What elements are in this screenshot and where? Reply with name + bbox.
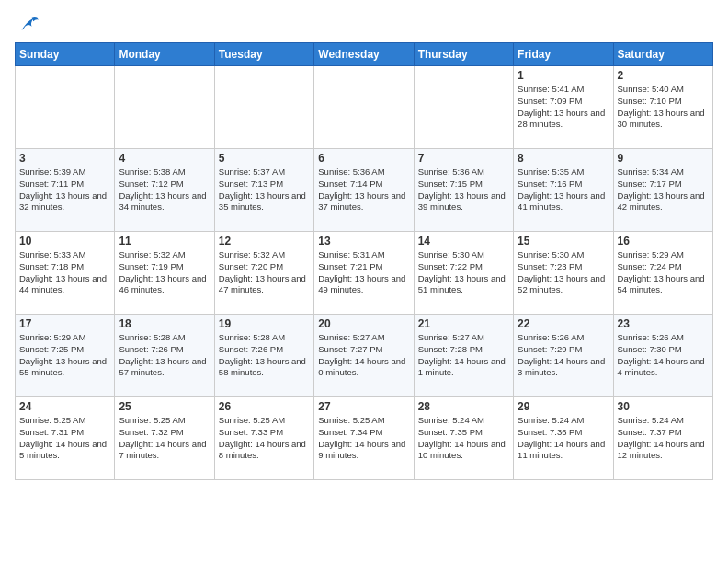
day-info: Sunrise: 5:24 AM Sunset: 7:35 PM Dayligh…	[418, 415, 509, 462]
day-number: 29	[518, 400, 609, 413]
day-info: Sunrise: 5:25 AM Sunset: 7:31 PM Dayligh…	[19, 415, 110, 462]
weekday-header: Monday	[115, 43, 214, 66]
calendar-day-cell: 26Sunrise: 5:25 AM Sunset: 7:33 PM Dayli…	[214, 397, 313, 480]
day-info: Sunrise: 5:25 AM Sunset: 7:33 PM Dayligh…	[219, 415, 310, 462]
day-number: 18	[119, 317, 210, 330]
header	[15, 15, 713, 35]
calendar-day-cell: 18Sunrise: 5:28 AM Sunset: 7:26 PM Dayli…	[115, 315, 214, 397]
calendar-day-cell: 21Sunrise: 5:27 AM Sunset: 7:28 PM Dayli…	[414, 315, 513, 397]
day-info: Sunrise: 5:37 AM Sunset: 7:13 PM Dayligh…	[219, 167, 310, 213]
day-info: Sunrise: 5:29 AM Sunset: 7:25 PM Dayligh…	[19, 332, 110, 379]
calendar-day-cell	[16, 66, 115, 149]
day-info: Sunrise: 5:27 AM Sunset: 7:27 PM Dayligh…	[318, 332, 409, 379]
calendar-day-cell: 11Sunrise: 5:32 AM Sunset: 7:19 PM Dayli…	[115, 232, 214, 315]
day-info: Sunrise: 5:25 AM Sunset: 7:34 PM Dayligh…	[318, 415, 409, 462]
day-number: 5	[219, 152, 310, 165]
calendar-day-cell	[414, 66, 513, 149]
day-info: Sunrise: 5:41 AM Sunset: 7:09 PM Dayligh…	[518, 84, 609, 131]
day-info: Sunrise: 5:33 AM Sunset: 7:18 PM Dayligh…	[19, 249, 110, 296]
calendar-day-cell: 1Sunrise: 5:41 AM Sunset: 7:09 PM Daylig…	[514, 66, 613, 149]
day-info: Sunrise: 5:34 AM Sunset: 7:17 PM Dayligh…	[618, 167, 709, 213]
day-info: Sunrise: 5:28 AM Sunset: 7:26 PM Dayligh…	[219, 332, 310, 379]
day-number: 21	[418, 317, 509, 330]
day-number: 24	[19, 400, 110, 413]
weekday-header: Saturday	[613, 43, 712, 66]
calendar-day-cell: 27Sunrise: 5:25 AM Sunset: 7:34 PM Dayli…	[314, 397, 414, 480]
calendar-day-cell: 8Sunrise: 5:35 AM Sunset: 7:16 PM Daylig…	[514, 149, 613, 232]
day-number: 1	[518, 69, 609, 82]
calendar-week-row: 24Sunrise: 5:25 AM Sunset: 7:31 PM Dayli…	[16, 397, 713, 480]
day-info: Sunrise: 5:26 AM Sunset: 7:29 PM Dayligh…	[518, 332, 609, 379]
day-info: Sunrise: 5:36 AM Sunset: 7:15 PM Dayligh…	[418, 167, 509, 213]
day-number: 9	[618, 152, 709, 165]
day-number: 3	[19, 152, 110, 165]
calendar-table: SundayMondayTuesdayWednesdayThursdayFrid…	[15, 42, 713, 480]
calendar-day-cell	[214, 66, 313, 149]
day-info: Sunrise: 5:32 AM Sunset: 7:20 PM Dayligh…	[219, 249, 310, 296]
day-number: 15	[518, 235, 609, 247]
day-number: 8	[518, 152, 609, 165]
calendar-week-row: 17Sunrise: 5:29 AM Sunset: 7:25 PM Dayli…	[16, 315, 713, 397]
day-number: 10	[19, 235, 110, 247]
logo	[15, 15, 44, 35]
day-info: Sunrise: 5:26 AM Sunset: 7:30 PM Dayligh…	[618, 332, 709, 379]
day-info: Sunrise: 5:39 AM Sunset: 7:11 PM Dayligh…	[19, 167, 110, 213]
weekday-header: Thursday	[414, 43, 513, 66]
day-info: Sunrise: 5:31 AM Sunset: 7:21 PM Dayligh…	[318, 249, 409, 296]
day-number: 26	[219, 400, 310, 413]
day-number: 27	[318, 400, 409, 413]
calendar-day-cell: 4Sunrise: 5:38 AM Sunset: 7:12 PM Daylig…	[115, 149, 214, 232]
calendar-day-cell: 30Sunrise: 5:24 AM Sunset: 7:37 PM Dayli…	[613, 397, 712, 480]
weekday-header: Friday	[514, 43, 613, 66]
day-number: 4	[119, 152, 210, 165]
calendar-day-cell: 22Sunrise: 5:26 AM Sunset: 7:29 PM Dayli…	[514, 315, 613, 397]
calendar-day-cell: 15Sunrise: 5:30 AM Sunset: 7:23 PM Dayli…	[514, 232, 613, 315]
calendar-day-cell: 20Sunrise: 5:27 AM Sunset: 7:27 PM Dayli…	[314, 315, 414, 397]
calendar-day-cell: 3Sunrise: 5:39 AM Sunset: 7:11 PM Daylig…	[16, 149, 115, 232]
day-number: 17	[19, 317, 110, 330]
day-number: 12	[219, 235, 310, 247]
calendar-week-row: 10Sunrise: 5:33 AM Sunset: 7:18 PM Dayli…	[16, 232, 713, 315]
calendar-day-cell: 19Sunrise: 5:28 AM Sunset: 7:26 PM Dayli…	[214, 315, 313, 397]
day-info: Sunrise: 5:30 AM Sunset: 7:23 PM Dayligh…	[518, 249, 609, 296]
weekday-header: Tuesday	[214, 43, 313, 66]
calendar-day-cell: 6Sunrise: 5:36 AM Sunset: 7:14 PM Daylig…	[314, 149, 414, 232]
calendar-day-cell: 5Sunrise: 5:37 AM Sunset: 7:13 PM Daylig…	[214, 149, 313, 232]
day-number: 28	[418, 400, 509, 413]
calendar-week-row: 1Sunrise: 5:41 AM Sunset: 7:09 PM Daylig…	[16, 66, 713, 149]
day-number: 13	[318, 235, 409, 247]
day-info: Sunrise: 5:36 AM Sunset: 7:14 PM Dayligh…	[318, 167, 409, 213]
day-number: 6	[318, 152, 409, 165]
calendar-day-cell: 25Sunrise: 5:25 AM Sunset: 7:32 PM Dayli…	[115, 397, 214, 480]
day-info: Sunrise: 5:25 AM Sunset: 7:32 PM Dayligh…	[119, 415, 210, 462]
day-number: 2	[618, 69, 709, 82]
day-number: 20	[318, 317, 409, 330]
calendar-day-cell: 12Sunrise: 5:32 AM Sunset: 7:20 PM Dayli…	[214, 232, 313, 315]
day-info: Sunrise: 5:29 AM Sunset: 7:24 PM Dayligh…	[618, 249, 709, 296]
calendar-header-row: SundayMondayTuesdayWednesdayThursdayFrid…	[16, 43, 713, 66]
calendar-day-cell: 13Sunrise: 5:31 AM Sunset: 7:21 PM Dayli…	[314, 232, 414, 315]
calendar-day-cell: 2Sunrise: 5:40 AM Sunset: 7:10 PM Daylig…	[613, 66, 712, 149]
day-number: 16	[618, 235, 709, 247]
day-info: Sunrise: 5:30 AM Sunset: 7:22 PM Dayligh…	[418, 249, 509, 296]
day-info: Sunrise: 5:24 AM Sunset: 7:37 PM Dayligh…	[618, 415, 709, 462]
day-number: 23	[618, 317, 709, 330]
day-number: 7	[418, 152, 509, 165]
calendar-day-cell: 14Sunrise: 5:30 AM Sunset: 7:22 PM Dayli…	[414, 232, 513, 315]
day-number: 22	[518, 317, 609, 330]
calendar-day-cell: 9Sunrise: 5:34 AM Sunset: 7:17 PM Daylig…	[613, 149, 712, 232]
calendar-day-cell: 24Sunrise: 5:25 AM Sunset: 7:31 PM Dayli…	[16, 397, 115, 480]
calendar-day-cell	[314, 66, 414, 149]
day-number: 30	[618, 400, 709, 413]
calendar-day-cell: 7Sunrise: 5:36 AM Sunset: 7:15 PM Daylig…	[414, 149, 513, 232]
calendar-week-row: 3Sunrise: 5:39 AM Sunset: 7:11 PM Daylig…	[16, 149, 713, 232]
day-info: Sunrise: 5:28 AM Sunset: 7:26 PM Dayligh…	[119, 332, 210, 379]
calendar-day-cell: 29Sunrise: 5:24 AM Sunset: 7:36 PM Dayli…	[514, 397, 613, 480]
calendar-day-cell: 16Sunrise: 5:29 AM Sunset: 7:24 PM Dayli…	[613, 232, 712, 315]
day-number: 25	[119, 400, 210, 413]
calendar-day-cell: 17Sunrise: 5:29 AM Sunset: 7:25 PM Dayli…	[16, 315, 115, 397]
day-number: 11	[119, 235, 210, 247]
logo-bird-icon	[15, 15, 40, 35]
day-info: Sunrise: 5:32 AM Sunset: 7:19 PM Dayligh…	[119, 249, 210, 296]
day-info: Sunrise: 5:24 AM Sunset: 7:36 PM Dayligh…	[518, 415, 609, 462]
